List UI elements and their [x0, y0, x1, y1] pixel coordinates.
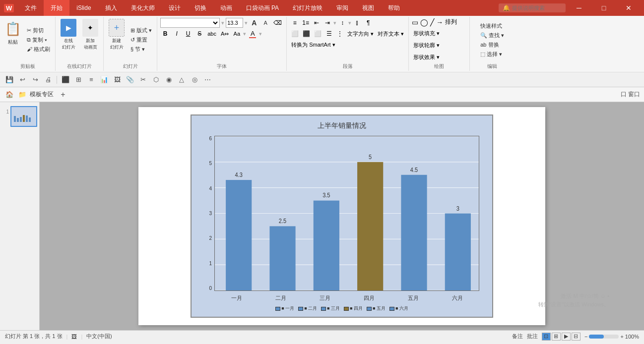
- online-slides-button[interactable]: ▶ 在线幻灯片: [59, 18, 78, 62]
- maximize-button[interactable]: □: [592, 4, 615, 12]
- fill-color-button[interactable]: 形状填充 ▾: [412, 28, 441, 38]
- indent-increase-button[interactable]: ⇥: [322, 18, 332, 28]
- tab-review[interactable]: 审阅: [329, 0, 355, 16]
- font-size-input[interactable]: [226, 18, 243, 28]
- new-slide-button[interactable]: + 新建幻灯片: [107, 18, 127, 62]
- presenter-view-button[interactable]: ⊟: [572, 333, 580, 341]
- qa-btn-14[interactable]: △: [176, 74, 187, 85]
- select-button[interactable]: ⬚ 选择 ▾: [478, 50, 506, 58]
- text-direction-button[interactable]: 文字方向 ▾: [346, 29, 375, 39]
- add-tab-button[interactable]: +: [58, 89, 68, 100]
- zoom-in-button[interactable]: +: [620, 334, 623, 340]
- shape-ellipse-button[interactable]: ◯: [420, 18, 428, 26]
- slide-thumbnail[interactable]: [10, 106, 37, 127]
- tab-insert[interactable]: 插入: [98, 0, 124, 16]
- y-label-3: 3: [209, 211, 212, 216]
- qa-btn-8[interactable]: 📊: [99, 74, 110, 85]
- text-align-button[interactable]: 对齐文本 ▾: [376, 29, 405, 39]
- breadcrumb-item[interactable]: 模板专区: [30, 90, 54, 99]
- notes-button[interactable]: 备注: [512, 333, 523, 340]
- shadow-button[interactable]: abc: [206, 29, 218, 39]
- save-button[interactable]: 💾: [4, 74, 15, 85]
- arrange-button[interactable]: 排列: [445, 18, 457, 26]
- qa-btn-11[interactable]: ✂: [137, 74, 148, 85]
- tab-home[interactable]: 开始: [44, 0, 69, 16]
- tab-help[interactable]: 帮助: [381, 0, 407, 16]
- strikethrough-button[interactable]: S: [194, 29, 204, 39]
- qa-btn-13[interactable]: ◉: [163, 74, 174, 85]
- comments-button[interactable]: 批注: [527, 333, 538, 340]
- tab-islide[interactable]: iSlide: [69, 0, 98, 16]
- reset-button[interactable]: ↺ 重置: [129, 36, 154, 44]
- qa-btn-12[interactable]: ⬡: [150, 74, 161, 85]
- shape-arrow-button[interactable]: →: [436, 18, 443, 26]
- outline-color-button[interactable]: 形状轮廓 ▾: [412, 40, 441, 50]
- linespacing-button[interactable]: ↕: [337, 18, 347, 28]
- print-preview-button[interactable]: 🖨: [43, 74, 54, 85]
- font-increase-button[interactable]: A: [249, 18, 259, 28]
- list-bullet-button[interactable]: ≡: [290, 18, 300, 28]
- slide-canvas[interactable]: 上半年销量情况: [138, 107, 545, 325]
- redo-button[interactable]: ↪: [30, 74, 41, 85]
- slide-sorter-button[interactable]: ⊞: [552, 333, 561, 341]
- undo-button[interactable]: ↩: [17, 74, 28, 85]
- qa-btn-6[interactable]: ⊞: [73, 74, 84, 85]
- tab-view[interactable]: 视图: [355, 0, 381, 16]
- indent-decrease-button[interactable]: ⇤: [312, 18, 322, 28]
- normal-view-button[interactable]: ⊡: [542, 333, 551, 341]
- list-number-button[interactable]: 1≡: [301, 18, 311, 28]
- reading-view-button[interactable]: ▶: [562, 333, 571, 341]
- qa-btn-7[interactable]: ≡: [86, 74, 97, 85]
- tab-animate[interactable]: 动画: [213, 0, 239, 16]
- align-justify-button[interactable]: ☰: [324, 29, 334, 39]
- charspacing-button[interactable]: A⇔: [219, 29, 230, 39]
- close-button[interactable]: ✕: [617, 4, 640, 12]
- shape-rect-button[interactable]: ▭: [412, 18, 418, 26]
- qa-btn-15[interactable]: ◎: [189, 74, 200, 85]
- casechange-button[interactable]: Aa: [232, 29, 242, 39]
- nav-home-button[interactable]: 🏠: [4, 89, 15, 100]
- fontcolor-button[interactable]: A: [248, 29, 258, 39]
- tab-switch[interactable]: 切换: [188, 0, 213, 16]
- align-distribute-button[interactable]: ⋮: [335, 29, 345, 39]
- nav-folder-button[interactable]: 📁: [17, 89, 28, 100]
- font-decrease-button[interactable]: A: [260, 18, 270, 28]
- qa-btn-5[interactable]: ⬛: [60, 74, 71, 85]
- shape-effect-button[interactable]: 形状效果 ▾: [412, 52, 441, 62]
- tab-pocketanim[interactable]: 口袋动画 PA: [239, 0, 286, 16]
- column-button[interactable]: ⫿: [352, 18, 362, 28]
- smartart-convert-button[interactable]: 转换为 SmartArt ▾: [290, 40, 337, 50]
- qa-btn-10[interactable]: 📎: [125, 74, 135, 85]
- quickstyle-button[interactable]: 快速样式: [478, 22, 506, 30]
- zoom-slider[interactable]: [589, 335, 619, 339]
- italic-button[interactable]: I: [172, 29, 182, 39]
- clear-format-button[interactable]: ⌫: [272, 18, 283, 28]
- underline-button[interactable]: U: [183, 29, 193, 39]
- paste-button[interactable]: 📋 粘贴: [3, 18, 23, 62]
- zoom-out-button[interactable]: −: [584, 334, 587, 340]
- tab-beauty[interactable]: 美化大师: [124, 0, 162, 16]
- minimize-button[interactable]: ─: [568, 4, 590, 12]
- svg-rect-5: [26, 115, 28, 122]
- tab-file[interactable]: 文件: [18, 0, 44, 16]
- tab-slideshow[interactable]: 幻灯片放映: [286, 0, 329, 16]
- format-brush-button[interactable]: 🖌 格式刷: [25, 45, 52, 54]
- tab-design[interactable]: 设计: [162, 0, 188, 16]
- font-name-select[interactable]: [160, 18, 220, 28]
- layout-button[interactable]: ⊞ 版式 ▾: [129, 26, 154, 35]
- align-center-button[interactable]: ⬛: [301, 29, 312, 39]
- qa-btn-9[interactable]: 🖼: [112, 74, 123, 85]
- qa-btn-16[interactable]: ⋯: [202, 74, 213, 85]
- paragraph-settings-button[interactable]: ¶: [363, 18, 373, 28]
- align-right-button[interactable]: ⬜: [313, 29, 323, 39]
- add-animation-page-button[interactable]: ✦ 新加动画页: [80, 18, 100, 62]
- section-button[interactable]: § 节 ▾: [129, 45, 154, 54]
- find-button[interactable]: 🔍 查找 ▾: [478, 31, 506, 40]
- bold-button[interactable]: B: [160, 29, 170, 39]
- copy-button[interactable]: ⧉ 复制 ▾: [25, 36, 52, 44]
- shape-line-button[interactable]: ╱: [430, 18, 434, 26]
- search-input[interactable]: [512, 5, 562, 11]
- cut-button[interactable]: ✂ 剪切: [25, 26, 52, 35]
- align-left-button[interactable]: ⬜: [290, 29, 300, 39]
- replace-button[interactable]: ab 替换: [478, 41, 506, 49]
